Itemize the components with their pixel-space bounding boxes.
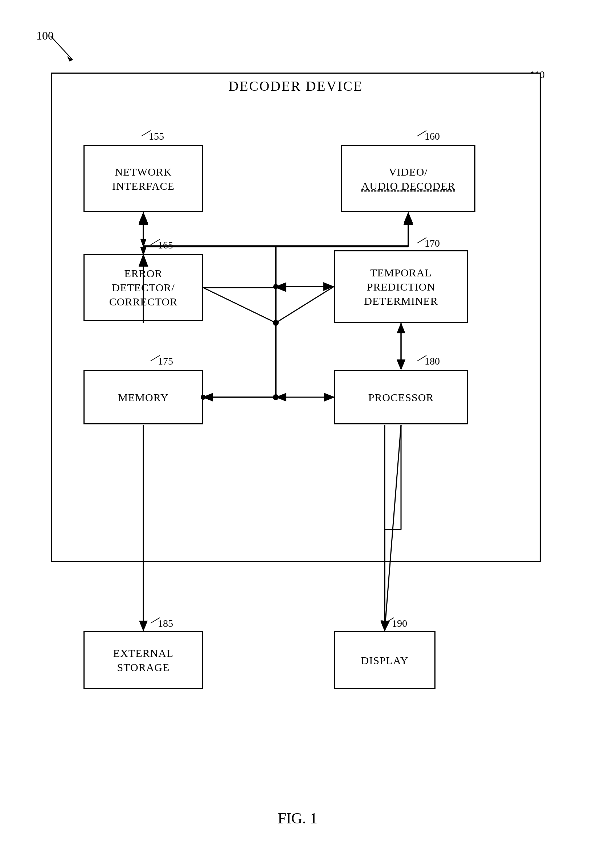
ref-165-arrow bbox=[149, 238, 163, 249]
processor-label: PROCESSOR bbox=[368, 390, 434, 404]
arrow-100-svg bbox=[40, 33, 83, 69]
temporal-prediction-label: TEMPORALPREDICTIONDETERMINER bbox=[364, 265, 438, 308]
diagram-container: 100 110 DECODER DEVICE NETWORKINTERFACE … bbox=[29, 22, 566, 849]
error-detector-label: ERRORDETECTOR/CORRECTOR bbox=[109, 266, 178, 309]
memory-label: MEMORY bbox=[118, 390, 168, 404]
svg-line-0 bbox=[51, 36, 73, 60]
error-detector-box: ERRORDETECTOR/CORRECTOR bbox=[83, 254, 203, 321]
ref-175-arrow bbox=[149, 354, 163, 364]
temporal-prediction-box: TEMPORALPREDICTIONDETERMINER bbox=[334, 250, 468, 323]
processor-box: PROCESSOR bbox=[334, 370, 468, 424]
svg-line-9 bbox=[151, 618, 160, 623]
svg-line-3 bbox=[141, 130, 151, 136]
external-storage-label: EXTERNALSTORAGE bbox=[113, 646, 174, 674]
svg-line-5 bbox=[151, 239, 160, 245]
display-box: DISPLAY bbox=[334, 631, 435, 689]
video-audio-decoder-box: VIDEO/AUDIO DECODER bbox=[341, 145, 475, 212]
ref-180-arrow bbox=[416, 354, 430, 364]
svg-line-4 bbox=[417, 130, 426, 136]
decoder-title: DECODER DEVICE bbox=[29, 78, 563, 94]
memory-box: MEMORY bbox=[83, 370, 203, 424]
ref-155-arrow bbox=[140, 129, 154, 140]
ref-160-arrow bbox=[416, 129, 430, 140]
network-interface-label: NETWORKINTERFACE bbox=[112, 165, 175, 193]
figure-caption: FIG. 1 bbox=[29, 810, 566, 827]
display-label: DISPLAY bbox=[361, 653, 408, 667]
network-interface-box: NETWORKINTERFACE bbox=[83, 145, 203, 212]
svg-line-6 bbox=[417, 238, 426, 243]
external-storage-box: EXTERNALSTORAGE bbox=[83, 631, 203, 689]
ref-190-arrow bbox=[383, 616, 397, 627]
svg-line-10 bbox=[385, 618, 394, 623]
svg-line-8 bbox=[417, 355, 426, 361]
ref-170-arrow bbox=[416, 236, 430, 247]
video-audio-label: VIDEO/AUDIO DECODER bbox=[361, 165, 456, 193]
svg-line-7 bbox=[151, 355, 160, 361]
ref-185-arrow bbox=[149, 616, 163, 627]
